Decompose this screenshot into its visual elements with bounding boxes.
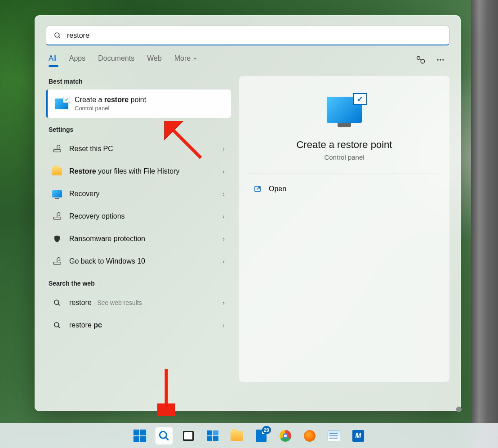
settings-gear-icon — [52, 256, 62, 266]
chevron-right-icon: › — [222, 145, 225, 152]
notepad-icon — [328, 430, 340, 441]
chevron-right-icon: › — [222, 213, 225, 220]
filter-tab-documents[interactable]: Documents — [98, 54, 134, 67]
settings-gear-icon — [52, 144, 62, 154]
svg-line-1 — [58, 36, 60, 38]
svg-line-14 — [58, 326, 60, 328]
taskbar-widgets-button[interactable] — [204, 427, 222, 445]
search-box[interactable] — [46, 26, 449, 45]
best-match-item[interactable]: Create a restore point Control panel — [46, 90, 231, 118]
chevron-right-icon: › — [222, 299, 225, 306]
search-input[interactable] — [67, 31, 442, 40]
section-web-label: Search the web — [49, 280, 231, 287]
system-restore-icon-large — [327, 97, 362, 123]
settings-gear-icon — [52, 211, 62, 221]
task-view-icon — [183, 431, 194, 441]
divider — [248, 174, 440, 174]
filter-tab-all[interactable]: All — [49, 54, 57, 67]
taskbar-app-m[interactable]: M — [349, 427, 367, 445]
search-icon — [158, 430, 170, 442]
preview-panel: Create a restore point Control panel Ope… — [239, 76, 449, 382]
m-app-icon: M — [352, 430, 364, 442]
settings-item-reset-pc[interactable]: Reset this PC › — [46, 138, 231, 160]
filter-tab-more[interactable]: More — [174, 54, 198, 67]
web-item-label: restore pc — [69, 321, 215, 329]
section-best-match-label: Best match — [49, 78, 231, 85]
svg-line-19 — [165, 437, 169, 440]
settings-item-go-back[interactable]: Go back to Windows 10 › — [46, 250, 231, 273]
taskbar-taskview-button[interactable] — [179, 427, 197, 445]
settings-item-file-history[interactable]: Restore your files with File History › — [46, 160, 231, 183]
web-item-restore[interactable]: restore - See web results › — [46, 291, 231, 314]
search-icon — [52, 298, 62, 308]
settings-item-label: Recovery options — [69, 212, 215, 220]
svg-point-6 — [440, 59, 441, 60]
svg-point-18 — [160, 431, 166, 438]
settings-item-label: Ransomware protection — [69, 235, 215, 243]
badge-count: 29 — [262, 426, 271, 434]
wallpaper-tree — [471, 0, 498, 448]
section-settings-label: Settings — [49, 126, 231, 133]
search-icon — [53, 31, 62, 40]
best-match-subtitle: Control panel — [75, 105, 146, 112]
best-match-title: Create a restore point — [75, 96, 146, 104]
firefox-icon — [304, 430, 316, 442]
preview-subtitle: Control panel — [324, 153, 364, 161]
settings-item-label: Recovery — [69, 190, 215, 198]
shield-icon — [52, 234, 62, 244]
taskbar-chrome[interactable] — [276, 427, 294, 445]
start-search-panel: All Apps Documents Web More Best match — [35, 15, 461, 411]
svg-rect-8 — [53, 150, 61, 152]
svg-point-13 — [54, 323, 59, 327]
filter-row: All Apps Documents Web More — [49, 54, 449, 67]
taskbar-search-button[interactable] — [155, 427, 173, 445]
taskbar: 29 M — [0, 423, 498, 448]
file-history-icon — [52, 166, 62, 176]
preview-title: Create a restore point — [297, 139, 392, 151]
filter-tab-web[interactable]: Web — [147, 54, 162, 67]
settings-item-ransomware[interactable]: Ransomware protection › — [46, 228, 231, 250]
svg-point-7 — [442, 59, 444, 60]
chrome-icon — [280, 430, 291, 442]
search-options-button[interactable] — [416, 55, 426, 66]
open-external-icon — [253, 185, 262, 193]
taskbar-file-explorer[interactable] — [228, 427, 246, 445]
svg-rect-9 — [53, 217, 61, 220]
svg-line-12 — [58, 304, 60, 305]
taskbar-notepad[interactable] — [325, 427, 343, 445]
chevron-down-icon — [192, 56, 198, 61]
open-action[interactable]: Open — [248, 180, 440, 197]
svg-rect-10 — [53, 262, 61, 264]
settings-item-label: Go back to Windows 10 — [69, 257, 215, 265]
taskbar-firefox[interactable] — [301, 427, 319, 445]
settings-item-recovery[interactable]: Recovery › — [46, 183, 231, 205]
web-item-restore-pc[interactable]: restore pc › — [46, 314, 231, 336]
settings-item-label: Restore your files with File History — [69, 167, 215, 175]
svg-point-5 — [437, 59, 439, 60]
svg-point-2 — [417, 56, 420, 59]
chevron-right-icon: › — [222, 190, 225, 197]
folder-icon — [231, 431, 243, 441]
taskbar-tips-app[interactable]: 29 — [252, 427, 270, 445]
chevron-right-icon: › — [222, 235, 225, 242]
windows-logo-icon — [133, 430, 146, 442]
search-icon — [52, 320, 62, 330]
filter-tab-apps[interactable]: Apps — [69, 54, 85, 67]
settings-item-label: Reset this PC — [69, 145, 215, 153]
open-label: Open — [269, 185, 286, 193]
svg-point-0 — [55, 33, 59, 37]
filter-more-label: More — [174, 54, 191, 63]
settings-item-recovery-options[interactable]: Recovery options › — [46, 205, 231, 228]
web-item-label: restore - See web results — [69, 299, 215, 307]
svg-point-11 — [54, 300, 59, 305]
chevron-right-icon: › — [222, 168, 225, 175]
taskbar-start-button[interactable] — [131, 427, 149, 445]
recovery-icon — [52, 189, 62, 199]
widgets-icon — [207, 430, 218, 441]
results-column: Best match Create a restore point Contro… — [46, 76, 231, 382]
chevron-right-icon: › — [222, 258, 225, 265]
system-restore-icon — [55, 99, 68, 109]
more-options-button[interactable] — [436, 55, 445, 66]
chevron-right-icon: › — [222, 322, 225, 329]
